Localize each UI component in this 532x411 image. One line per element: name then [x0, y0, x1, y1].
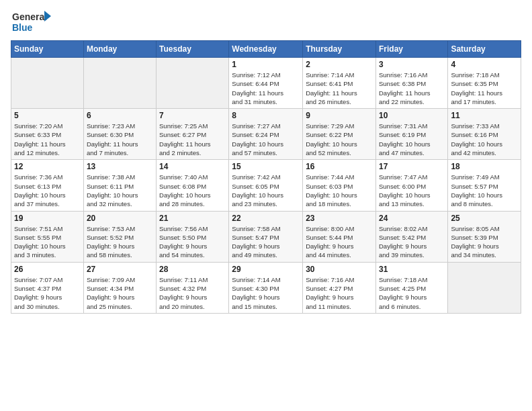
day-number: 25: [451, 214, 518, 223]
calendar-cell: 12Sunrise: 7:36 AM Sunset: 6:13 PM Dayli…: [11, 160, 84, 211]
day-info: Sunrise: 7:14 AM Sunset: 4:30 PM Dayligh…: [232, 275, 300, 311]
day-info: Sunrise: 7:29 AM Sunset: 6:22 PM Dayligh…: [306, 122, 373, 157]
day-number: 29: [232, 265, 300, 274]
day-header-tuesday: Tuesday: [157, 41, 229, 58]
day-info: Sunrise: 7:23 AM Sunset: 6:30 PM Dayligh…: [87, 122, 153, 157]
day-info: Sunrise: 7:38 AM Sunset: 6:11 PM Dayligh…: [87, 173, 153, 208]
day-info: Sunrise: 7:12 AM Sunset: 6:44 PM Dayligh…: [232, 71, 300, 106]
day-info: Sunrise: 7:20 AM Sunset: 6:33 PM Dayligh…: [14, 122, 81, 157]
calendar-cell: 14Sunrise: 7:40 AM Sunset: 6:08 PM Dayli…: [157, 160, 229, 211]
day-info: Sunrise: 7:56 AM Sunset: 5:50 PM Dayligh…: [159, 224, 226, 260]
day-number: 23: [306, 214, 373, 223]
day-number: 16: [306, 162, 373, 171]
day-number: 22: [232, 214, 300, 223]
day-info: Sunrise: 7:25 AM Sunset: 6:27 PM Dayligh…: [159, 122, 226, 157]
day-info: Sunrise: 7:16 AM Sunset: 6:38 PM Dayligh…: [379, 71, 445, 106]
calendar-week-2: 5Sunrise: 7:20 AM Sunset: 6:33 PM Daylig…: [11, 109, 521, 160]
day-info: Sunrise: 7:36 AM Sunset: 6:13 PM Dayligh…: [14, 173, 81, 208]
day-info: Sunrise: 8:02 AM Sunset: 5:42 PM Dayligh…: [379, 224, 445, 260]
calendar-cell: 11Sunrise: 7:33 AM Sunset: 6:16 PM Dayli…: [448, 109, 521, 160]
day-info: Sunrise: 7:51 AM Sunset: 5:55 PM Dayligh…: [14, 224, 81, 260]
day-header-saturday: Saturday: [448, 41, 521, 58]
calendar-cell: [11, 58, 84, 109]
calendar-cell: 7Sunrise: 7:25 AM Sunset: 6:27 PM Daylig…: [157, 109, 229, 160]
calendar-cell: 15Sunrise: 7:42 AM Sunset: 6:05 PM Dayli…: [229, 160, 303, 211]
day-info: Sunrise: 7:42 AM Sunset: 6:05 PM Dayligh…: [232, 173, 300, 208]
day-number: 6: [87, 111, 153, 120]
day-info: Sunrise: 7:18 AM Sunset: 6:35 PM Dayligh…: [451, 71, 518, 106]
day-info: Sunrise: 7:09 AM Sunset: 4:34 PM Dayligh…: [87, 275, 153, 311]
day-header-thursday: Thursday: [303, 41, 376, 58]
calendar-cell: 31Sunrise: 7:18 AM Sunset: 4:25 PM Dayli…: [375, 262, 447, 313]
calendar-cell: 20Sunrise: 7:53 AM Sunset: 5:52 PM Dayli…: [83, 211, 156, 262]
day-info: Sunrise: 8:05 AM Sunset: 5:39 PM Dayligh…: [451, 224, 518, 260]
calendar-cell: 26Sunrise: 7:07 AM Sunset: 4:37 PM Dayli…: [11, 262, 84, 313]
calendar-week-4: 19Sunrise: 7:51 AM Sunset: 5:55 PM Dayli…: [11, 211, 521, 262]
day-number: 31: [379, 265, 445, 274]
calendar-cell: 30Sunrise: 7:16 AM Sunset: 4:27 PM Dayli…: [303, 262, 376, 313]
logo-svg: GeneralBlue: [11, 8, 51, 35]
day-number: 10: [379, 111, 445, 120]
day-number: 24: [379, 214, 445, 223]
day-info: Sunrise: 7:44 AM Sunset: 6:03 PM Dayligh…: [306, 173, 373, 208]
calendar-cell: 27Sunrise: 7:09 AM Sunset: 4:34 PM Dayli…: [83, 262, 156, 313]
calendar-cell: 4Sunrise: 7:18 AM Sunset: 6:35 PM Daylig…: [448, 58, 521, 109]
calendar-cell: [448, 262, 521, 313]
calendar-cell: 5Sunrise: 7:20 AM Sunset: 6:33 PM Daylig…: [11, 109, 84, 160]
svg-text:General: General: [12, 11, 47, 22]
calendar-cell: 6Sunrise: 7:23 AM Sunset: 6:30 PM Daylig…: [83, 109, 156, 160]
day-info: Sunrise: 7:53 AM Sunset: 5:52 PM Dayligh…: [87, 224, 153, 260]
calendar-cell: 28Sunrise: 7:11 AM Sunset: 4:32 PM Dayli…: [157, 262, 229, 313]
day-number: 13: [87, 162, 153, 171]
header: GeneralBlue: [11, 8, 521, 35]
calendar-cell: 9Sunrise: 7:29 AM Sunset: 6:22 PM Daylig…: [303, 109, 376, 160]
day-number: 27: [87, 265, 153, 274]
calendar-cell: 23Sunrise: 8:00 AM Sunset: 5:44 PM Dayli…: [303, 211, 376, 262]
day-number: 9: [306, 111, 373, 120]
calendar-week-5: 26Sunrise: 7:07 AM Sunset: 4:37 PM Dayli…: [11, 262, 521, 313]
svg-marker-2: [44, 11, 51, 21]
day-number: 2: [306, 60, 373, 69]
day-info: Sunrise: 7:33 AM Sunset: 6:16 PM Dayligh…: [451, 122, 518, 157]
day-info: Sunrise: 7:49 AM Sunset: 5:57 PM Dayligh…: [451, 173, 518, 208]
calendar-week-1: 1Sunrise: 7:12 AM Sunset: 6:44 PM Daylig…: [11, 58, 521, 109]
calendar-cell: 19Sunrise: 7:51 AM Sunset: 5:55 PM Dayli…: [11, 211, 84, 262]
calendar-cell: 29Sunrise: 7:14 AM Sunset: 4:30 PM Dayli…: [229, 262, 303, 313]
day-header-wednesday: Wednesday: [229, 41, 303, 58]
day-info: Sunrise: 7:58 AM Sunset: 5:47 PM Dayligh…: [232, 224, 300, 260]
day-number: 11: [451, 111, 518, 120]
day-number: 15: [232, 162, 300, 171]
calendar-week-3: 12Sunrise: 7:36 AM Sunset: 6:13 PM Dayli…: [11, 160, 521, 211]
calendar-cell: 13Sunrise: 7:38 AM Sunset: 6:11 PM Dayli…: [83, 160, 156, 211]
page: GeneralBlue SundayMondayTuesdayWednesday…: [0, 0, 532, 411]
calendar-cell: 1Sunrise: 7:12 AM Sunset: 6:44 PM Daylig…: [229, 58, 303, 109]
day-number: 18: [451, 162, 518, 171]
calendar-header-row: SundayMondayTuesdayWednesdayThursdayFrid…: [11, 41, 521, 58]
day-info: Sunrise: 7:31 AM Sunset: 6:19 PM Dayligh…: [379, 122, 445, 157]
calendar-cell: 16Sunrise: 7:44 AM Sunset: 6:03 PM Dayli…: [303, 160, 376, 211]
calendar-cell: 18Sunrise: 7:49 AM Sunset: 5:57 PM Dayli…: [448, 160, 521, 211]
day-number: 1: [232, 60, 300, 69]
day-number: 7: [159, 111, 226, 120]
calendar-cell: 25Sunrise: 8:05 AM Sunset: 5:39 PM Dayli…: [448, 211, 521, 262]
calendar-cell: 3Sunrise: 7:16 AM Sunset: 6:38 PM Daylig…: [375, 58, 447, 109]
day-number: 5: [14, 111, 81, 120]
calendar-cell: 8Sunrise: 7:27 AM Sunset: 6:24 PM Daylig…: [229, 109, 303, 160]
day-info: Sunrise: 7:18 AM Sunset: 4:25 PM Dayligh…: [379, 275, 445, 311]
day-info: Sunrise: 7:16 AM Sunset: 4:27 PM Dayligh…: [306, 275, 373, 311]
day-header-friday: Friday: [375, 41, 447, 58]
logo: GeneralBlue: [11, 8, 51, 35]
day-header-monday: Monday: [83, 41, 156, 58]
calendar-cell: [157, 58, 229, 109]
day-header-sunday: Sunday: [11, 41, 84, 58]
day-number: 8: [232, 111, 300, 120]
calendar-cell: 24Sunrise: 8:02 AM Sunset: 5:42 PM Dayli…: [375, 211, 447, 262]
calendar: SundayMondayTuesdayWednesdayThursdayFrid…: [11, 40, 521, 314]
day-number: 12: [14, 162, 81, 171]
day-info: Sunrise: 7:14 AM Sunset: 6:41 PM Dayligh…: [306, 71, 373, 106]
day-number: 26: [14, 265, 81, 274]
day-number: 14: [159, 162, 226, 171]
day-info: Sunrise: 8:00 AM Sunset: 5:44 PM Dayligh…: [306, 224, 373, 260]
day-number: 17: [379, 162, 445, 171]
day-number: 3: [379, 60, 445, 69]
